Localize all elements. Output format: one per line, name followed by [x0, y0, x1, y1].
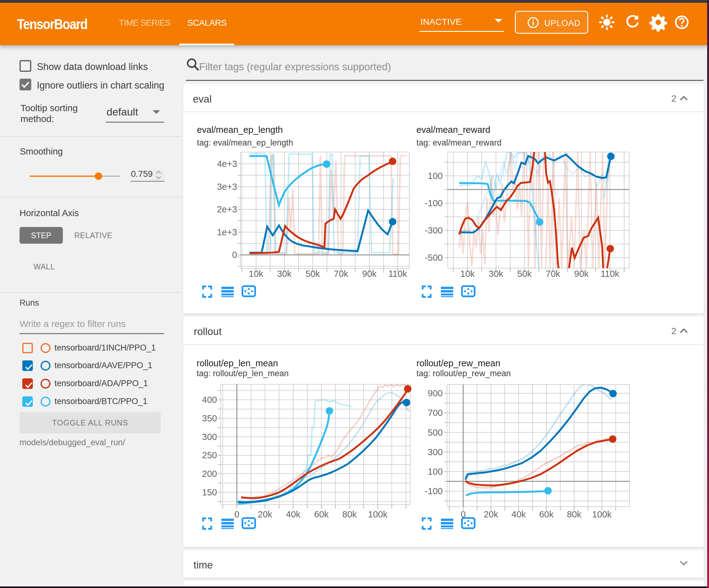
- svg-text:80k: 80k: [567, 509, 581, 519]
- svg-text:20k: 20k: [483, 509, 498, 519]
- svg-text:3e+3: 3e+3: [217, 182, 237, 191]
- svg-text:30k: 30k: [489, 269, 503, 279]
- svg-text:50k: 50k: [306, 269, 320, 279]
- svg-text:20k: 20k: [258, 509, 272, 519]
- svg-text:350: 350: [202, 413, 217, 423]
- svg-text:0: 0: [234, 509, 239, 519]
- svg-text:50k: 50k: [517, 269, 532, 279]
- svg-text:40k: 40k: [286, 509, 300, 519]
- svg-text:10k: 10k: [461, 269, 475, 279]
- svg-text:500: 500: [428, 428, 443, 437]
- svg-text:110k: 110k: [388, 269, 407, 279]
- svg-text:60k: 60k: [539, 509, 554, 519]
- svg-text:100: 100: [428, 171, 443, 181]
- svg-text:250: 250: [202, 450, 217, 460]
- svg-text:90k: 90k: [362, 269, 377, 279]
- svg-text:110k: 110k: [601, 269, 620, 279]
- svg-text:4e+3: 4e+3: [217, 159, 237, 169]
- svg-text:100k: 100k: [592, 509, 612, 519]
- svg-text:900: 900: [428, 388, 443, 398]
- svg-text:1e+3: 1e+3: [217, 227, 237, 237]
- svg-text:80k: 80k: [342, 509, 357, 519]
- svg-text:300: 300: [428, 447, 443, 457]
- svg-text:100: 100: [428, 467, 443, 477]
- svg-text:700: 700: [428, 408, 443, 418]
- svg-text:100k: 100k: [368, 509, 388, 519]
- svg-text:300: 300: [202, 432, 217, 442]
- svg-text:150: 150: [202, 487, 217, 497]
- svg-text:40k: 40k: [511, 509, 526, 519]
- svg-text:90k: 90k: [574, 269, 589, 279]
- svg-text:70k: 70k: [546, 269, 560, 279]
- svg-text:30k: 30k: [277, 269, 292, 279]
- svg-text:2e+3: 2e+3: [217, 204, 237, 214]
- svg-text:60k: 60k: [314, 509, 329, 519]
- svg-text:200: 200: [202, 469, 217, 479]
- svg-text:-100: -100: [425, 198, 443, 208]
- svg-text:10k: 10k: [249, 269, 263, 279]
- svg-text:-500: -500: [425, 253, 443, 262]
- svg-text:-100: -100: [425, 486, 443, 496]
- svg-text:400: 400: [202, 395, 217, 405]
- svg-text:-300: -300: [425, 225, 443, 235]
- svg-text:70k: 70k: [334, 269, 348, 279]
- svg-text:0: 0: [232, 250, 237, 260]
